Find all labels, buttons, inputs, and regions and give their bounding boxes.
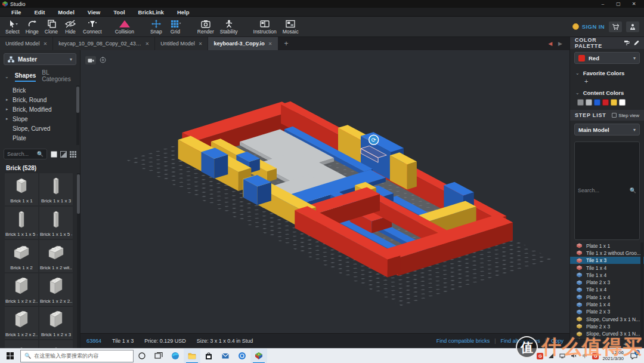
- step-part-row[interactable]: Slope, Curved 3 x 1 N...: [570, 330, 644, 337]
- content-colors-section[interactable]: ⌄ Content Colors: [570, 87, 644, 97]
- grid-view-icon[interactable]: [70, 151, 76, 158]
- paint-roller-icon[interactable]: [624, 40, 630, 46]
- content-color-swatch[interactable]: [594, 99, 600, 106]
- task-view-button[interactable]: [150, 349, 167, 363]
- find-compatible-link[interactable]: Find compatible bricks: [436, 338, 490, 344]
- tab-scroll-right-icon[interactable]: ▶: [558, 41, 562, 47]
- clone-button[interactable]: Clone: [42, 17, 61, 36]
- orbit-button[interactable]: [100, 55, 106, 66]
- collision-button[interactable]: Collision: [112, 17, 137, 36]
- mail-button[interactable]: [217, 349, 234, 363]
- step-part-row[interactable]: Slope, Curved 3 x 1 N...: [570, 337, 644, 339]
- brick-tile[interactable]: Brick 1 x 2 x 3: [39, 307, 73, 339]
- hinge-button[interactable]: Hinge: [23, 17, 42, 36]
- model-viewport[interactable]: ⟳: [80, 50, 569, 333]
- tab-scroll-left-icon[interactable]: ◀: [548, 41, 552, 47]
- network-icon[interactable]: [547, 352, 555, 360]
- maximize-icon[interactable]: ▢: [611, 0, 626, 8]
- grid-button[interactable]: Grid: [166, 17, 185, 36]
- document-tab[interactable]: Untitled Model ✕: [0, 37, 52, 50]
- instruction-button[interactable]: Instruction: [250, 17, 280, 36]
- step-part-row[interactable]: Plate 2 x 3: [570, 308, 644, 315]
- brick-tile[interactable]: Brick 1 x 1 x 5 -...: [5, 207, 38, 239]
- category-row[interactable]: ▸ Brick, Round: [0, 95, 80, 104]
- part-id-link[interactable]: 63864: [86, 338, 101, 344]
- menu-item[interactable]: BrickLink: [132, 8, 171, 17]
- dictionary-app-button[interactable]: [234, 349, 250, 363]
- menu-item[interactable]: Tool: [107, 8, 131, 17]
- step-part-row[interactable]: Plate 1 x 4: [570, 294, 644, 301]
- brick-tile[interactable]: Brick 1 x 2: [5, 240, 38, 272]
- tab-close-icon[interactable]: ✕: [199, 41, 203, 47]
- start-button[interactable]: [0, 349, 20, 363]
- render-button[interactable]: Render: [194, 17, 217, 36]
- category-row[interactable]: ▸ Brick, Modified: [0, 104, 80, 114]
- step-part-row[interactable]: Tile 1 x 2 without Groo...: [570, 250, 644, 257]
- category-row[interactable]: ▸ Slope: [0, 114, 80, 124]
- mosaic-button[interactable]: Mosaic: [280, 17, 302, 36]
- category-scrollbar[interactable]: [76, 85, 79, 145]
- half-view-icon[interactable]: [60, 151, 67, 158]
- category-row[interactable]: Slope, Curved: [0, 124, 80, 133]
- sign-in-button[interactable]: SIGN IN: [572, 23, 605, 30]
- brick-tile[interactable]: Brick 1 x 1: [5, 173, 38, 205]
- step-view-toggle[interactable]: Step view: [612, 113, 639, 118]
- step-part-row[interactable]: Tile 1 x 4: [570, 264, 644, 271]
- step-part-row[interactable]: Tile 1 x 4: [570, 272, 644, 279]
- menu-item[interactable]: Help: [171, 8, 196, 17]
- connect-button[interactable]: Connect: [80, 17, 105, 36]
- step-part-row[interactable]: Tile 1 x 3: [570, 257, 644, 264]
- edge-button[interactable]: [167, 349, 184, 363]
- add-favorite-color-button[interactable]: +: [570, 78, 644, 87]
- step-model-dropdown[interactable]: Main Model ▾: [574, 124, 640, 136]
- close-icon[interactable]: ✕: [626, 0, 642, 8]
- eyedropper-icon[interactable]: [633, 40, 639, 46]
- brick-tile[interactable]: Brick 1 x 1 x 3: [39, 173, 73, 205]
- brick-tile[interactable]: Brick 1 x 1 x 5 -...: [39, 207, 73, 239]
- minimize-icon[interactable]: –: [595, 0, 611, 8]
- parts-search-input[interactable]: [7, 151, 37, 157]
- copy-link[interactable]: Copy: [551, 338, 564, 344]
- display-icon[interactable]: [558, 352, 566, 360]
- tray-app-icon[interactable]: G: [537, 353, 543, 359]
- volume-muted-icon[interactable]: [569, 352, 577, 360]
- parts-search[interactable]: 🔍: [4, 149, 47, 159]
- document-tab[interactable]: keycap_10_09_08_Copy_02_43_23.ldr* ✕: [53, 37, 154, 50]
- step-part-row[interactable]: Plate 2 x 3: [570, 279, 644, 286]
- content-color-swatch[interactable]: [577, 99, 584, 106]
- content-color-swatch[interactable]: [611, 99, 617, 106]
- studio-app-button[interactable]: [250, 349, 267, 363]
- upload-model-button[interactable]: [626, 21, 639, 32]
- category-row[interactable]: Plate: [0, 133, 80, 143]
- menu-item[interactable]: Model: [51, 8, 80, 17]
- brick-tile[interactable]: [5, 340, 38, 348]
- document-tab[interactable]: keyboard-3_Copy.io ✕: [208, 37, 277, 50]
- tab-close-icon[interactable]: ✕: [44, 41, 48, 47]
- step-search-input[interactable]: [578, 187, 630, 193]
- hide-button[interactable]: Hide: [61, 17, 80, 36]
- content-color-swatch[interactable]: [602, 99, 609, 106]
- brick-grid-scrollbar[interactable]: [77, 173, 80, 348]
- snap-button[interactable]: Snap: [147, 17, 166, 36]
- taskbar-search[interactable]: 🔍: [20, 350, 134, 362]
- cortana-button[interactable]: [134, 349, 150, 363]
- model-selector-dropdown[interactable]: Master ▾: [4, 53, 76, 65]
- new-tab-button[interactable]: +: [278, 37, 295, 50]
- taskbar-clock[interactable]: 12:06 2021/3/30: [602, 350, 624, 362]
- step-part-row[interactable]: Plate 1 x 1: [570, 242, 644, 250]
- collapse-chevron-icon[interactable]: ⌄: [5, 74, 9, 79]
- color-selector-dropdown[interactable]: Red ▾: [574, 52, 640, 64]
- tab-close-icon[interactable]: ✕: [145, 41, 150, 47]
- menu-item[interactable]: Edit: [27, 8, 51, 17]
- camera-view-button[interactable]: [85, 56, 96, 64]
- menu-item[interactable]: View: [81, 8, 107, 17]
- step-part-row[interactable]: Slope, Curved 3 x 1 N...: [570, 315, 644, 322]
- step-part-row[interactable]: Plate 1 x 4: [570, 301, 644, 308]
- content-color-swatch[interactable]: [619, 99, 626, 106]
- store-button[interactable]: [200, 349, 217, 363]
- brick-tile[interactable]: Brick 1 x 2 x 2...: [39, 273, 73, 306]
- ime-indicator[interactable]: 中: [581, 352, 589, 360]
- step-part-row[interactable]: Tile 1 x 4: [570, 286, 644, 293]
- checkbox-icon[interactable]: [612, 113, 617, 118]
- tab-close-icon[interactable]: ✕: [268, 41, 273, 47]
